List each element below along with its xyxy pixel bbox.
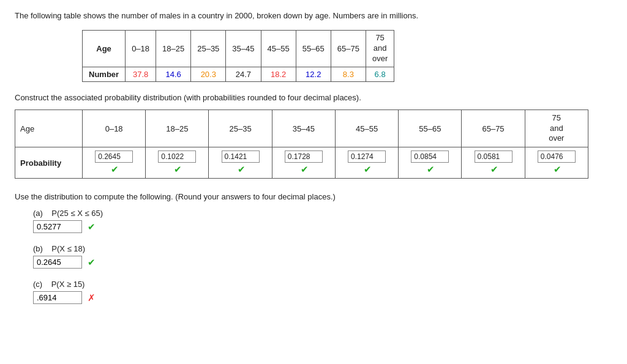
question-c-input[interactable] <box>33 291 82 304</box>
question-c-part: (c) <box>33 280 42 289</box>
check-icon-4: ✔ <box>364 164 372 174</box>
data-val-5: 12.2 <box>296 67 331 81</box>
check-icon-a: ✔ <box>88 221 96 232</box>
prob-cell-2: 0.1421 ✔ <box>209 147 272 179</box>
prob-input-1[interactable]: 0.1022 <box>158 150 196 163</box>
prob-age-col-5: 55–65 <box>399 110 462 147</box>
prob-row-label: Probability <box>15 147 83 179</box>
question-b-label: (b) P(X ≤ 18) <box>33 244 612 253</box>
data-val-3: 24.7 <box>226 67 261 81</box>
prob-age-col-7: 75andover <box>525 110 588 147</box>
check-icon-0: ✔ <box>111 164 119 174</box>
check-icon-6: ✔ <box>490 164 498 174</box>
data-table-age-header: Age <box>83 31 126 67</box>
check-icon-5: ✔ <box>427 164 435 174</box>
prob-age-label: Age <box>15 110 83 147</box>
question-a: (a) P(25 ≤ X ≤ 65) ✔ <box>33 209 612 233</box>
prob-input-2[interactable]: 0.1421 <box>222 150 260 163</box>
data-val-0: 37.8 <box>126 67 156 81</box>
data-val-4: 18.2 <box>261 67 296 81</box>
data-table-number-label: Number <box>83 67 126 81</box>
prob-input-7[interactable]: 0.0476 <box>538 150 576 163</box>
prob-age-col-3: 35–45 <box>272 110 335 147</box>
intro-text: The following table shows the number of … <box>15 11 612 20</box>
question-c: (c) P(X ≥ 15) ✗ <box>33 280 612 304</box>
prob-input-0[interactable]: 0.2645 <box>95 150 133 163</box>
check-icon-b: ✔ <box>88 257 96 268</box>
question-b-input[interactable] <box>33 256 82 269</box>
prob-cell-7: 0.0476 ✔ <box>525 147 588 179</box>
question-b-formula: P(X ≤ 18) <box>51 244 85 253</box>
question-a-formula: P(25 ≤ X ≤ 65) <box>51 209 103 218</box>
prob-input-4[interactable]: 0.1274 <box>348 150 386 163</box>
check-icon-7: ✔ <box>554 164 561 174</box>
question-c-label: (c) P(X ≥ 15) <box>33 280 612 289</box>
prob-age-col-2: 25–35 <box>209 110 272 147</box>
prob-cell-0: 0.2645 ✔ <box>83 147 146 179</box>
check-icon-2: ✔ <box>238 164 246 174</box>
check-icon-1: ✔ <box>174 164 182 174</box>
prob-age-col-0: 0–18 <box>83 110 146 147</box>
prob-age-col-1: 18–25 <box>146 110 209 147</box>
prob-cell-1: 0.1022 ✔ <box>146 147 209 179</box>
prob-cell-5: 0.0854 ✔ <box>399 147 462 179</box>
use-text: Use the distribution to compute the foll… <box>15 192 612 201</box>
data-table: Age 0–18 18–25 25–35 35–45 45–55 55–65 6… <box>82 30 394 82</box>
data-col-75plus: 75andover <box>366 31 394 67</box>
questions-section: (a) P(25 ≤ X ≤ 65) ✔ (b) P(X ≤ 18) ✔ (c)… <box>33 209 612 304</box>
prob-input-5[interactable]: 0.0854 <box>411 150 449 163</box>
data-col-55-65: 55–65 <box>296 31 331 67</box>
check-icon-3: ✔ <box>301 164 309 174</box>
question-a-label: (a) P(25 ≤ X ≤ 65) <box>33 209 612 218</box>
data-val-7: 6.8 <box>366 67 394 81</box>
data-col-0-18: 0–18 <box>126 31 156 67</box>
prob-table: Age 0–18 18–25 25–35 35–45 45–55 55–65 6… <box>15 110 588 179</box>
prob-input-3[interactable]: 0.1728 <box>285 150 323 163</box>
prob-cell-4: 0.1274 ✔ <box>335 147 398 179</box>
data-col-25-35: 25–35 <box>191 31 226 67</box>
question-a-input[interactable] <box>33 220 82 233</box>
data-val-2: 20.3 <box>191 67 226 81</box>
question-a-part: (a) <box>33 209 43 218</box>
question-b: (b) P(X ≤ 18) ✔ <box>33 244 612 269</box>
data-col-35-45: 35–45 <box>226 31 261 67</box>
data-col-18-25: 18–25 <box>156 31 191 67</box>
question-b-part: (b) <box>33 244 43 253</box>
prob-age-col-4: 45–55 <box>335 110 398 147</box>
prob-cell-6: 0.0581 ✔ <box>462 147 525 179</box>
data-col-45-55: 45–55 <box>261 31 296 67</box>
data-val-1: 14.6 <box>156 67 191 81</box>
data-val-6: 8.3 <box>331 67 366 81</box>
prob-cell-3: 0.1728 ✔ <box>272 147 335 179</box>
prob-age-col-6: 65–75 <box>462 110 525 147</box>
question-c-formula: P(X ≥ 15) <box>51 280 85 289</box>
prob-input-6[interactable]: 0.0581 <box>475 150 512 163</box>
data-col-65-75: 65–75 <box>331 31 366 67</box>
cross-icon-c: ✗ <box>88 292 96 303</box>
prob-section-text: Construct the associated probability dis… <box>15 93 612 102</box>
